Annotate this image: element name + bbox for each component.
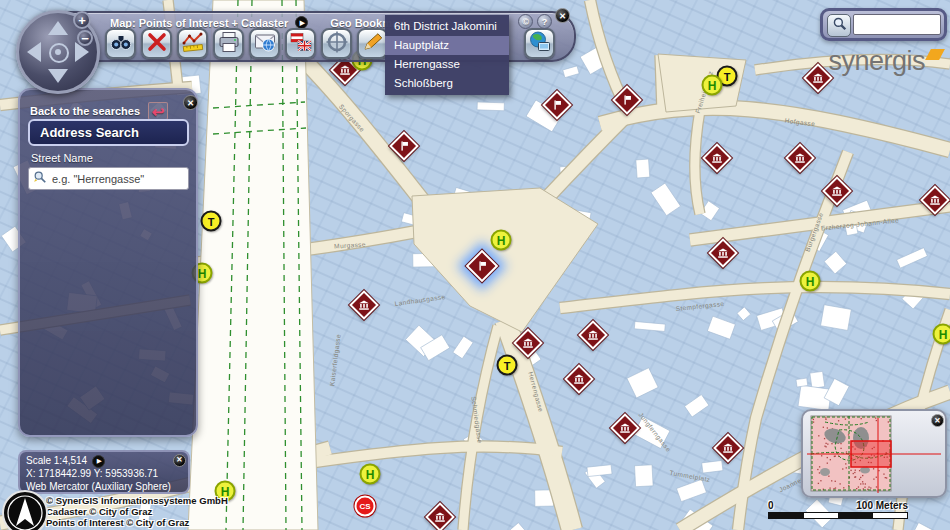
send-map-icon xyxy=(253,30,277,58)
classical-building-icon xyxy=(618,421,633,436)
overview-map-panel: ✕ xyxy=(801,409,947,498)
attribution-line: © SynerGIS Informationssysteme GmbH xyxy=(46,495,228,506)
zoom-out-button[interactable]: − xyxy=(77,30,93,46)
poi-marker[interactable] xyxy=(713,433,743,463)
scale-bar: 0 100 Meters xyxy=(768,501,908,519)
zoom-in-button[interactable]: + xyxy=(73,11,91,29)
transit-stop-marker[interactable]: H xyxy=(933,324,950,345)
weboffice-brandmark-icon xyxy=(2,490,48,530)
language-flags-button[interactable] xyxy=(285,28,316,59)
webgis-application: SporgasseMurgasseHerrengasseHofgasseErzh… xyxy=(0,0,950,530)
taxi-stand-marker[interactable]: T xyxy=(201,211,222,232)
poi-marker[interactable] xyxy=(920,185,950,215)
pan-left-arrow[interactable] xyxy=(27,42,41,62)
address-search-title: Address Search xyxy=(28,119,189,146)
toolbar-buttons xyxy=(105,28,388,59)
transit-stop-marker[interactable]: H xyxy=(702,75,723,96)
send-map-button[interactable] xyxy=(249,28,280,59)
classical-building-icon xyxy=(830,184,845,199)
quick-search-button[interactable] xyxy=(827,14,851,37)
bookmark-item-herrengasse[interactable]: Herrengasse xyxy=(385,55,509,74)
toolbar-close-button[interactable]: ✕ xyxy=(555,8,570,23)
street-name-field xyxy=(28,167,189,190)
compass-center-dot xyxy=(55,49,61,55)
pan-up-arrow[interactable] xyxy=(48,21,68,35)
poi-marker[interactable] xyxy=(349,290,379,320)
car-sharing-marker[interactable]: CS xyxy=(355,496,376,517)
locate-globe-icon xyxy=(325,30,349,58)
overview-map[interactable] xyxy=(803,411,945,496)
scale-value: Scale 1:4,514 xyxy=(26,455,87,468)
magnifier-icon xyxy=(832,16,847,35)
flag-icon xyxy=(550,98,565,113)
scale-bar-start: 0 xyxy=(768,501,774,511)
search-binoculars-button[interactable] xyxy=(105,28,136,59)
quick-search-widget xyxy=(820,8,947,41)
help-button[interactable]: ? xyxy=(537,14,552,29)
bookmark-flag-marker[interactable] xyxy=(389,131,419,161)
classical-building-icon xyxy=(357,298,372,313)
bookmark-item-schlo-berg[interactable]: Schloßberg xyxy=(385,74,509,93)
poi-marker[interactable] xyxy=(513,328,543,358)
projection-value: Web Mercator (Auxiliary Sphere) xyxy=(26,481,182,494)
session-globe-button[interactable] xyxy=(524,28,555,59)
poi-marker[interactable] xyxy=(822,176,852,206)
address-search-panel: Back to the searches ↩ ✕ Address Search … xyxy=(18,88,198,437)
poi-marker[interactable] xyxy=(610,413,640,443)
flag-icon xyxy=(620,93,635,108)
map-attribution: © SynerGIS Informationssysteme GmbHCadas… xyxy=(46,495,228,528)
overview-extent-rectangle[interactable] xyxy=(851,441,891,467)
transit-stop-marker[interactable]: H xyxy=(360,464,381,485)
poi-marker[interactable] xyxy=(425,502,455,530)
poi-marker[interactable] xyxy=(578,320,608,350)
classical-building-icon xyxy=(433,510,448,525)
status-panel: Scale 1:4,514 ▶ X: 1718442.99 Y: 5953936… xyxy=(18,450,190,494)
scale-bar-segments xyxy=(768,512,908,519)
poi-marker[interactable] xyxy=(702,143,732,173)
back-arrow-icon[interactable]: ↩ xyxy=(148,102,168,120)
selected-bookmark-marker[interactable] xyxy=(466,250,499,283)
attribution-line: Points of Interest © City of Graz xyxy=(46,517,228,528)
poi-marker[interactable] xyxy=(803,63,833,93)
clear-selection-button[interactable] xyxy=(141,28,172,59)
quick-search-input[interactable] xyxy=(853,14,941,35)
scale-menu-button[interactable]: ▶ xyxy=(92,455,105,468)
status-panel-close-button[interactable]: ✕ xyxy=(173,454,186,467)
measure-button[interactable] xyxy=(177,28,208,59)
session-globe-icon xyxy=(528,30,552,58)
overview-close-button[interactable]: ✕ xyxy=(931,414,944,427)
coordinates-value: X: 1718442.99 Y: 5953936.71 xyxy=(26,468,182,481)
back-row: Back to the searches ↩ xyxy=(30,102,168,120)
transit-stop-marker[interactable]: H xyxy=(800,271,821,292)
classical-building-icon xyxy=(811,71,826,86)
attribution-line: Cadaster © City of Graz xyxy=(46,506,228,517)
flag-icon xyxy=(397,139,412,154)
classical-building-icon xyxy=(586,328,601,343)
locate-globe-button[interactable] xyxy=(321,28,352,59)
poi-marker[interactable] xyxy=(785,143,815,173)
bookmark-flag-marker[interactable] xyxy=(612,85,642,115)
pan-down-arrow[interactable] xyxy=(48,69,68,83)
back-to-searches-link[interactable]: Back to the searches xyxy=(30,105,140,117)
address-panel-close-button[interactable]: ✕ xyxy=(183,95,198,110)
street-name-input[interactable] xyxy=(50,172,184,186)
scale-bar-end: 100 Meters xyxy=(856,501,908,511)
field-search-icon xyxy=(33,170,47,188)
bookmark-item-6th-district-jakomini[interactable]: 6th District Jakomini xyxy=(385,17,509,36)
transit-stop-marker[interactable]: H xyxy=(491,230,512,251)
map-selector-label[interactable]: Map: Points of Interest + Cadaster xyxy=(110,17,288,29)
street-name-label: Street Name xyxy=(31,152,93,164)
print-icon xyxy=(217,30,241,58)
classical-building-icon xyxy=(338,63,353,78)
measure-icon xyxy=(181,30,205,58)
poi-marker[interactable] xyxy=(564,364,594,394)
redline-pencil-icon xyxy=(361,30,385,58)
bookmark-item-hauptplatz[interactable]: Hauptplatz xyxy=(385,36,509,55)
redline-pencil-button[interactable] xyxy=(357,28,388,59)
poi-marker[interactable] xyxy=(708,238,738,268)
print-button[interactable] xyxy=(213,28,244,59)
bookmark-flag-marker[interactable] xyxy=(542,90,572,120)
taxi-stand-marker[interactable]: T xyxy=(497,355,518,376)
classical-building-icon xyxy=(710,151,725,166)
copyright-button[interactable]: © xyxy=(518,14,533,29)
